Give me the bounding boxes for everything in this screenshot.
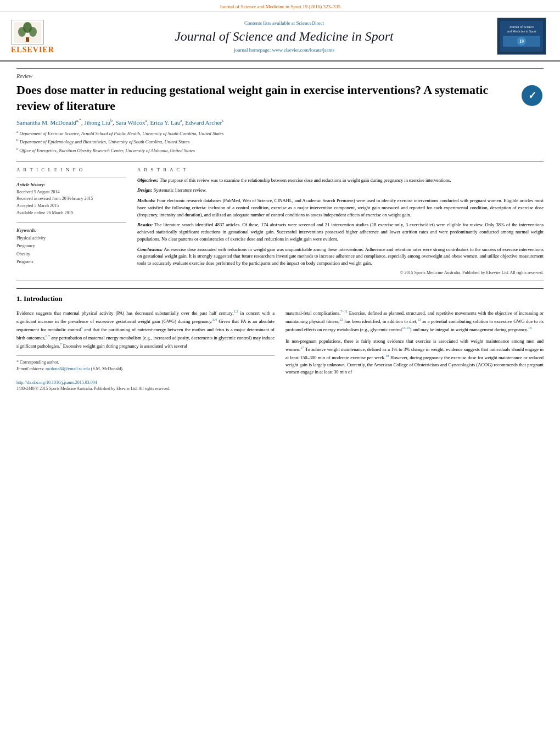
- intro-para-3: In non-pregnant populations, there is fa…: [285, 338, 544, 376]
- svg-point-3: [29, 27, 37, 37]
- publisher-logo-area: ELSEVIER: [11, 20, 71, 53]
- doi-link[interactable]: http://dx.doi.org/10.1016/j.jsams.2015.0…: [16, 380, 275, 385]
- keyword-4: Programs: [16, 258, 126, 266]
- abstract-methods: Methods: Four electronic research databa…: [137, 197, 544, 218]
- article-info-panel: A R T I C L E I N F O Article history: R…: [16, 167, 126, 275]
- journal-header: ELSEVIER Contents lists available at Sci…: [0, 12, 560, 62]
- footnote-corresponding: * Corresponding author.: [16, 359, 275, 366]
- authors-line: Samantha M. McDonalda,*, Jihong Liub, Sa…: [16, 118, 544, 126]
- introduction-section: 1. Introduction Evidence suggests that m…: [16, 288, 544, 391]
- affiliation-b: b Department of Epidemiology and Biostat…: [16, 137, 544, 146]
- abstract-panel: A B S T R A C T Objectives: The purpose …: [137, 167, 544, 275]
- keyword-3: Obesity: [16, 250, 126, 258]
- accepted-date: Accepted 5 March 2015: [16, 203, 126, 210]
- elsevier-text: ELSEVIER: [11, 46, 63, 54]
- author-4: Erica Y. Lau: [150, 119, 181, 126]
- sciencedirect-line: Contents lists available at ScienceDirec…: [82, 20, 486, 26]
- intro-para-1: Evidence suggests that maternal physical…: [16, 309, 275, 350]
- keywords-section: Keywords: Physical activity Pregnancy Ob…: [16, 227, 126, 266]
- journal-header-center: Contents lists available at ScienceDirec…: [71, 20, 497, 53]
- keyword-1: Physical activity: [16, 235, 126, 242]
- affiliations: a Department of Exercise Science, Arnold…: [16, 129, 544, 154]
- online-date: Available online 26 March 2015: [16, 210, 126, 217]
- footnote-section: * Corresponding author. E-mail address: …: [16, 355, 275, 372]
- svg-text:Journal of Science: Journal of Science: [509, 25, 534, 29]
- article-title: Does dose matter in reducing gestational…: [16, 82, 516, 114]
- received-date: Received 5 August 2014: [16, 189, 126, 196]
- keyword-2: Pregnancy: [16, 242, 126, 250]
- article-history-label: Article history:: [16, 182, 126, 187]
- doi-section: http://dx.doi.org/10.1016/j.jsams.2015.0…: [16, 377, 275, 391]
- elsevier-logo: ELSEVIER: [11, 20, 63, 53]
- footnote-email: E-mail address: mcdona84@email.sc.edu (S…: [16, 366, 275, 372]
- sciencedirect-link[interactable]: ScienceDirect: [296, 20, 324, 26]
- homepage-url[interactable]: www.elsevier.com/locate/jsams: [272, 47, 334, 53]
- intro-right-col: maternal-fetal complications.7–11 Exerci…: [285, 309, 544, 391]
- abstract-design: Design: Systematic literature review.: [137, 187, 544, 194]
- svg-point-2: [18, 27, 26, 37]
- revised-date: Received in revised form 20 February 201…: [16, 196, 126, 203]
- article-info-abstract: A R T I C L E I N F O Article history: R…: [16, 161, 544, 281]
- affiliation-c: c Office of Energetics, Nutrition Obesit…: [16, 146, 544, 154]
- author-1: Samantha M. McDonald: [16, 119, 76, 126]
- crossmark-icon[interactable]: ✓: [522, 85, 542, 106]
- intro-para-2: maternal-fetal complications.7–11 Exerci…: [285, 309, 544, 333]
- affiliation-a: a Department of Exercise Science, Arnold…: [16, 129, 544, 137]
- journal-thumbnail-area: Journal of Science and Medicine in Sport…: [497, 18, 549, 55]
- journal-citation-bar: Journal of Science and Medicine in Sport…: [0, 0, 560, 12]
- article-type-label: Review: [16, 68, 544, 79]
- homepage-line: journal homepage: www.elsevier.com/locat…: [82, 47, 486, 53]
- abstract-objectives: Objectives: The purpose of this review w…: [137, 177, 544, 184]
- svg-text:✓: ✓: [528, 90, 536, 101]
- journal-thumbnail: Journal of Science and Medicine in Sport…: [497, 18, 546, 55]
- abstract-copyright: © 2015 Sports Medicine Australia. Publis…: [137, 270, 544, 275]
- article-title-section: Does dose matter in reducing gestational…: [16, 82, 544, 114]
- introduction-columns: Evidence suggests that maternal physical…: [16, 309, 544, 391]
- abstract-conclusions: Conclusions: An exercise dose associated…: [137, 246, 544, 267]
- journal-citation-link[interactable]: Journal of Science and Medicine in Sport…: [220, 4, 340, 9]
- journal-title: Journal of Science and Medicine in Sport: [82, 29, 486, 44]
- abstract-results: Results: The literature search identifie…: [137, 221, 544, 242]
- author-2: Jihong Liu: [85, 119, 110, 126]
- crossmark-badge[interactable]: ✓: [522, 85, 544, 107]
- main-content: Review Does dose matter in reducing gest…: [0, 62, 560, 398]
- author-3: Sara Wilcox: [115, 119, 145, 126]
- keywords-label: Keywords:: [16, 227, 126, 233]
- svg-text:and Medicine in Sport: and Medicine in Sport: [507, 30, 536, 33]
- elsevier-tree-image: [11, 20, 44, 44]
- author-email[interactable]: mcdona84@email.sc.edu: [46, 366, 90, 371]
- section-header-intro: 1. Introduction: [16, 294, 544, 303]
- abstract-title: A B S T R A C T: [137, 167, 544, 172]
- author-5: Edward Archer: [185, 119, 222, 126]
- svg-rect-4: [26, 37, 29, 42]
- issn-line: 1440-2440/© 2015 Sports Medicine Austral…: [16, 386, 275, 391]
- intro-left-col: Evidence suggests that maternal physical…: [16, 309, 275, 391]
- svg-text:19: 19: [519, 39, 524, 44]
- article-history: Article history: Received 5 August 2014 …: [16, 182, 126, 217]
- article-info-title: A R T I C L E I N F O: [16, 167, 126, 172]
- page: Journal of Science and Medicine in Sport…: [0, 0, 560, 742]
